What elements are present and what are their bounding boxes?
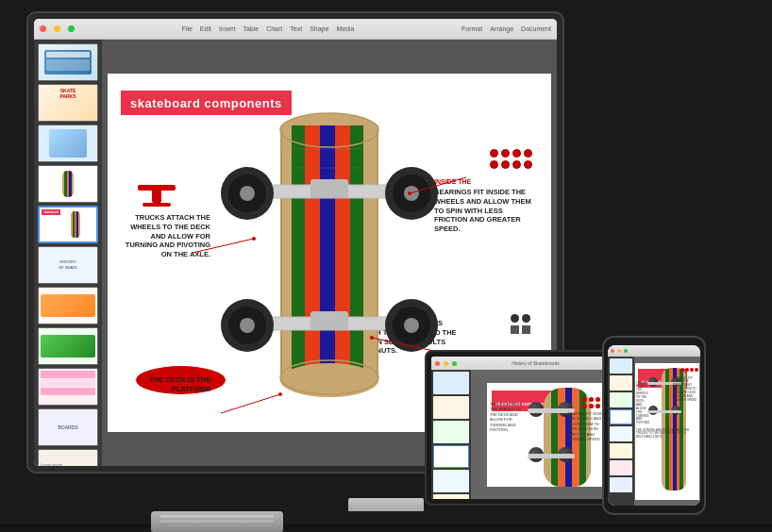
slide-thumb-4[interactable] — [38, 165, 98, 203]
tablet-thumb-5[interactable] — [433, 470, 469, 492]
svg-rect-14 — [254, 185, 405, 198]
tablet: History of Skateboards ▶ skateboard comp… — [425, 350, 632, 506]
tablet-thumb-3[interactable] — [433, 421, 469, 443]
mac-mini-ventilation — [160, 515, 274, 518]
phone-thumb-5[interactable] — [610, 426, 632, 441]
phone-thumb-1[interactable] — [610, 358, 632, 374]
toolbar-label-document[interactable]: Document — [521, 25, 551, 32]
slide-thumb-9[interactable] — [38, 368, 98, 406]
tablet-close[interactable] — [435, 361, 440, 366]
svg-point-20 — [393, 175, 430, 212]
phone-bearings-annotation: BEARINGS FIT INSIDE THE WHEELS AND ALLOW… — [673, 377, 699, 403]
svg-rect-9 — [280, 130, 282, 377]
bearing-dot-1 — [490, 149, 498, 158]
floor-shadow — [0, 524, 772, 532]
keynote-toolbar: File Edit Insert Table Chart Text Shape … — [34, 19, 557, 40]
tablet-bearing-dot-2 — [589, 397, 594, 402]
slide-thumb-6[interactable]: HISTORYOF SKATE — [38, 246, 98, 284]
toolbar-label-table[interactable]: Table — [243, 25, 259, 32]
slide-thumb-11[interactable]: Lorem ipsumdolor sit amet — [38, 449, 98, 466]
phone-thumb-3[interactable] — [610, 392, 632, 407]
toolbar-label-format[interactable]: Format — [462, 25, 482, 32]
deck-annotation: THE DECK IS THE PLATFORM — [121, 375, 210, 394]
phone-thumb-2[interactable] — [610, 375, 632, 391]
tablet-bearing-dot-3 — [596, 397, 600, 402]
minimize-button[interactable] — [54, 25, 60, 32]
truck-icon — [138, 185, 176, 207]
screw-dots — [511, 314, 530, 334]
svg-line-36 — [221, 394, 280, 413]
phone-minimize[interactable] — [617, 349, 621, 353]
phone-bearing-dots — [680, 368, 698, 372]
phone-close[interactable] — [611, 349, 614, 353]
phone-slide-panel[interactable] — [608, 357, 634, 506]
svg-point-26 — [240, 318, 255, 333]
tablet-thumb-6[interactable] — [433, 494, 469, 499]
bearings-annotation: INSIDE THE BEARINGS FIT INSIDE THE WHEEL… — [434, 177, 538, 234]
toolbar-label-chart[interactable]: Chart — [266, 25, 282, 32]
phone-bearing-dot-4 — [695, 368, 698, 372]
toolbar-label-edit[interactable]: Edit — [200, 25, 211, 32]
tablet-minimize[interactable] — [444, 361, 448, 366]
tablet-bearing-dot-7 — [596, 404, 600, 408]
bearings-header: INSIDE THE — [434, 177, 538, 186]
screw-dash — [511, 325, 519, 334]
slide-thumb-8[interactable] — [38, 327, 98, 365]
tablet-thumb-4[interactable] — [433, 445, 469, 468]
phone-thumb-8[interactable] — [610, 477, 632, 492]
screw-dot-1 — [511, 314, 519, 323]
toolbar-label-shape[interactable]: Shape — [310, 25, 328, 32]
slide-thumb-3[interactable] — [38, 125, 98, 162]
mac-mini-ventilation-2 — [160, 520, 274, 523]
phone-fullscreen[interactable] — [624, 349, 628, 353]
svg-rect-4 — [320, 125, 335, 380]
tablet-truck-back — [528, 454, 575, 458]
tablet-title: History of Skateboards — [461, 360, 611, 366]
bearing-dot-5 — [490, 160, 498, 169]
svg-point-25 — [228, 307, 266, 344]
tablet-toolbar: History of Skateboards ▶ — [431, 357, 626, 370]
svg-point-19 — [385, 167, 438, 220]
slide-thumb-5[interactable]: skateboard — [38, 206, 98, 243]
bearing-dot-7 — [512, 160, 521, 169]
trucks-annotation: TRUCKS ATTACH THE WHEELS TO THE DECK AND… — [121, 213, 210, 259]
toolbar-label-file[interactable]: File — [182, 25, 193, 32]
slide-thumb-10[interactable]: BOARDS — [38, 408, 98, 446]
slide-thumb-7[interactable] — [38, 287, 98, 324]
phone-screen: skateboard components TRUCKS ATTACH THE … — [608, 345, 700, 506]
phone-truck-annotation: TRUCKS ATTACH THE WHEELS TO THE DECK AND… — [636, 382, 648, 426]
tablet-screen: History of Skateboards ▶ skateboard comp… — [431, 357, 626, 499]
tablet-thumb-2[interactable] — [433, 396, 469, 419]
svg-rect-23 — [310, 311, 348, 330]
phone-main-area[interactable]: skateboard components TRUCKS ATTACH THE … — [634, 357, 700, 506]
svg-point-31 — [252, 237, 256, 241]
phone-thumb-4[interactable] — [610, 409, 632, 424]
phone-body: skateboard components TRUCKS ATTACH THE … — [608, 357, 700, 506]
toolbar-label-text[interactable]: Text — [290, 25, 302, 32]
fullscreen-button[interactable] — [68, 25, 75, 32]
toolbar-label-media[interactable]: Media — [336, 25, 354, 32]
svg-point-8 — [280, 113, 378, 147]
phone-bearing-dot-3 — [690, 368, 694, 372]
slide-thumb-1[interactable] — [38, 43, 98, 81]
phone-truck-back — [647, 410, 681, 413]
tablet-thumb-1[interactable] — [433, 372, 469, 394]
svg-point-21 — [404, 186, 419, 201]
slide-thumb-2[interactable]: SKATEPARKS — [38, 84, 98, 122]
svg-point-16 — [221, 167, 274, 220]
bearing-dot-6 — [501, 160, 510, 169]
slide-title: skateboard components — [130, 96, 282, 110]
tablet-slide-panel[interactable] — [431, 370, 471, 499]
toolbar-label-arrange[interactable]: Arrange — [490, 25, 513, 32]
close-button[interactable] — [40, 25, 46, 32]
toolbar-label-insert[interactable]: Insert — [219, 25, 236, 32]
tablet-fullscreen[interactable] — [452, 361, 457, 366]
svg-point-37 — [278, 392, 282, 396]
phone-thumb-6[interactable] — [610, 443, 632, 458]
phone-screws-annotation: THE SCREWS AND BOLTS ATTACH THE TRUCKS T… — [636, 429, 693, 441]
slide-title-box: skateboard components — [121, 91, 292, 115]
slide-panel[interactable]: SKATEPARKS skateboard — [34, 40, 102, 466]
tablet-bearing-dot — [582, 397, 587, 402]
screw-dot-2 — [522, 314, 530, 323]
phone-thumb-7[interactable] — [610, 460, 632, 475]
